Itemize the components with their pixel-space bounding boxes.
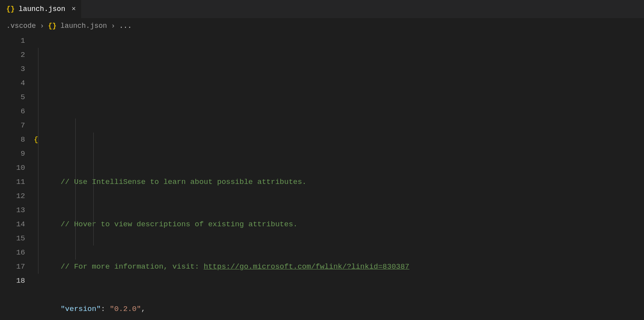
line-number: 18 (0, 274, 25, 288)
line-number: 7 (0, 118, 25, 133)
comment: // For more information, visit: (60, 262, 204, 271)
close-icon[interactable]: × (71, 5, 76, 13)
line-number: 1 (0, 34, 25, 48)
line-number: 8 (0, 133, 25, 147)
line-number-gutter: 1 2 3 4 5 6 7 8 9 10 11 12 13 14 15 16 1… (0, 34, 34, 320)
code-line[interactable]: "version": "0.2.0", (34, 302, 644, 316)
tab-title: launch.json (19, 5, 65, 13)
json-brackets-icon: {} (6, 5, 15, 13)
code-editor[interactable]: 1 2 3 4 5 6 7 8 9 10 11 12 13 14 15 16 1… (0, 34, 644, 320)
code-line[interactable]: { (34, 133, 644, 147)
chevron-right-icon: › (111, 22, 115, 30)
line-number: 14 (0, 217, 25, 231)
breadcrumb-more[interactable]: ... (119, 22, 132, 30)
tab-bar: {} launch.json × (0, 0, 644, 18)
line-number: 12 (0, 189, 25, 203)
line-number: 15 (0, 231, 25, 245)
line-number: 16 (0, 245, 25, 260)
line-number: 10 (0, 161, 25, 175)
tab-launch-json[interactable]: {} launch.json × (0, 0, 82, 18)
line-number: 3 (0, 62, 25, 76)
chevron-right-icon: › (40, 22, 44, 30)
breadcrumb[interactable]: .vscode › {} launch.json › ... (0, 18, 644, 34)
line-number: 13 (0, 203, 25, 217)
line-number: 2 (0, 48, 25, 62)
breadcrumb-folder[interactable]: .vscode (6, 22, 36, 30)
code-area[interactable]: { // Use IntelliSense to learn about pos… (34, 34, 644, 320)
line-number: 17 (0, 260, 25, 274)
code-line[interactable]: // Hover to view descriptions of existin… (34, 217, 644, 231)
comment-link[interactable]: https://go.microsoft.com/fwlink/?linkid=… (204, 262, 409, 271)
code-line[interactable]: // Use IntelliSense to learn about possi… (34, 175, 644, 189)
line-number: 4 (0, 76, 25, 90)
line-number: 6 (0, 104, 25, 118)
line-number: 11 (0, 175, 25, 189)
breadcrumb-file[interactable]: launch.json (60, 22, 107, 30)
comment: // Hover to view descriptions of existin… (60, 220, 297, 229)
comment: // Use IntelliSense to learn about possi… (60, 178, 306, 186)
json-brackets-icon: {} (48, 22, 56, 30)
line-number: 5 (0, 90, 25, 104)
code-line[interactable]: // For more information, visit: https://… (34, 260, 644, 274)
line-number: 9 (0, 147, 25, 161)
